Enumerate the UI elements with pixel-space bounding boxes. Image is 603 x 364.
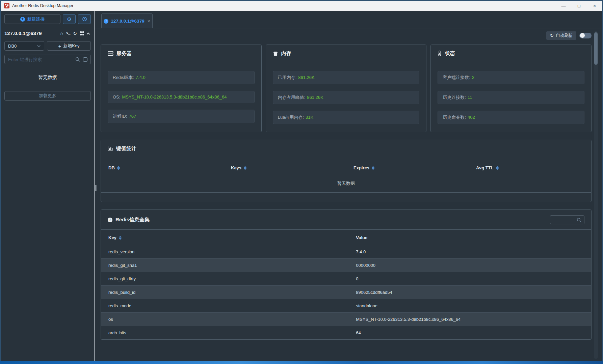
sort-carets-icon	[372, 166, 374, 170]
stat-pill: 历史连接数:11	[438, 91, 584, 104]
stat-value: 402	[468, 115, 475, 120]
auto-refresh-button[interactable]: ↻ 自动刷新	[546, 31, 576, 40]
table-row: osMSYS_NT-10.0-226313.5.3-d8b21b8c.x86_6…	[101, 313, 591, 326]
tab-bar: i 127.0.0.1@6379 ×	[95, 11, 602, 28]
load-more-button[interactable]: 加载更多	[4, 91, 91, 101]
sort-carets-icon	[117, 166, 120, 170]
stat-label: 进程ID:	[113, 114, 127, 119]
collapse-chevron-icon[interactable]	[87, 32, 90, 36]
stat-label: 已用内存:	[278, 75, 297, 80]
sort-carets-icon	[244, 166, 246, 170]
stat-value: 7.4.0	[136, 75, 146, 80]
tab-connection[interactable]: i 127.0.0.1@6379 ×	[101, 13, 153, 28]
cell-key: redis_build_id	[101, 286, 348, 299]
auto-refresh-toggle[interactable]	[579, 33, 592, 38]
toggle-knob	[580, 33, 585, 38]
key-search-input[interactable]	[8, 57, 75, 62]
stat-label: 历史命令数:	[443, 115, 466, 120]
vertical-scrollbar[interactable]	[594, 31, 598, 359]
column-header-avg-ttl[interactable]: Avg TTL	[469, 165, 591, 170]
stat-label: 历史连接数:	[443, 95, 466, 100]
stat-pill: 已用内存:861.26K	[273, 71, 420, 84]
sidebar: + 新建连接 ⚙ 127.0.0.1@6379 ⌂ >_	[1, 11, 94, 361]
cell-key: redis_git_sha1	[101, 259, 348, 272]
table-row: redis_git_sha100000000	[101, 259, 591, 272]
key-stats-empty-text: 暂无数据	[101, 170, 591, 193]
cell-value: standalone	[348, 299, 591, 313]
tab-label: 127.0.0.1@6379	[111, 19, 145, 24]
column-label: Key	[108, 235, 116, 240]
main-area: i 127.0.0.1@6379 × ↻ 自动刷新	[95, 11, 602, 361]
column-header-key[interactable]: Key	[108, 235, 348, 240]
clock-icon	[82, 17, 87, 22]
card-title: 内存	[281, 50, 291, 57]
column-label: Expires	[353, 165, 369, 170]
card-title: 状态	[445, 50, 455, 57]
close-button[interactable]: ×	[587, 1, 602, 11]
column-header-expires[interactable]: Expires	[346, 165, 469, 170]
connection-name[interactable]: 127.0.0.1@6379	[4, 30, 60, 36]
dashboard-content: ↻ 自动刷新 服务器	[95, 28, 602, 361]
table-row: arch_bits64	[101, 326, 591, 340]
stat-value: 861.26K	[298, 75, 314, 80]
stat-value: 767	[129, 114, 136, 119]
db-select[interactable]: DB0	[4, 41, 44, 51]
column-label: DB	[108, 165, 115, 170]
stat-label: OS:	[113, 94, 120, 100]
chevron-down-icon	[37, 44, 41, 47]
stat-pill: 历史命令数:402	[438, 111, 584, 124]
cell-key: os	[101, 313, 348, 326]
add-key-button[interactable]: + 新增Key	[47, 41, 91, 51]
card-title: 服务器	[116, 50, 132, 57]
info-filter-input[interactable]	[553, 218, 577, 222]
cell-key: redis_git_dirty	[101, 272, 348, 286]
app-logo-icon	[4, 3, 9, 8]
db-select-value: DB0	[8, 44, 17, 49]
stat-label: 客户端连接数:	[443, 75, 470, 80]
terminal-icon[interactable]: >_	[66, 31, 70, 36]
sort-carets-icon	[496, 166, 499, 170]
history-button[interactable]	[78, 14, 91, 24]
memory-card: 内存 已用内存:861.26K内存占用峰值:861.26KLua占用内存:31K	[266, 45, 427, 132]
search-icon	[577, 218, 581, 222]
maximize-button[interactable]: □	[571, 1, 587, 11]
minimize-button[interactable]: —	[556, 1, 571, 11]
home-icon[interactable]: ⌂	[60, 31, 63, 36]
stat-value: 2	[472, 75, 474, 80]
stat-pill: Redis版本:7.4.0	[108, 71, 255, 84]
stat-pill: 客户端连接数:2	[438, 71, 584, 84]
app-window: Another Redis Desktop Manager — □ × + 新建…	[0, 0, 603, 361]
table-row: redis_modestandalone	[101, 299, 591, 313]
table-row: redis_version7.4.0	[101, 245, 591, 259]
grid-view-icon[interactable]	[80, 31, 84, 35]
stat-value: MSYS_NT-10.0-226313.5.3-d8b21b8c.x86_64x…	[122, 94, 227, 100]
column-header-db[interactable]: DB	[101, 165, 224, 170]
tab-info-icon: i	[104, 19, 108, 24]
settings-button[interactable]: ⚙	[63, 14, 76, 24]
refresh-connection-icon[interactable]: ↻	[73, 31, 77, 36]
memory-icon	[273, 51, 278, 56]
column-header-keys[interactable]: Keys	[224, 165, 346, 170]
stat-pill: 内存占用峰值:861.26K	[273, 91, 420, 104]
status-card: 状态 客户端连接数:2历史连接数:11历史命令数:402	[430, 45, 592, 132]
scrollbar-thumb[interactable]	[594, 32, 598, 65]
server-icon	[108, 51, 113, 56]
new-connection-button[interactable]: + 新建连接	[4, 14, 60, 24]
table-row: redis_build_id890625cddff6ad54	[101, 286, 591, 299]
thermometer-icon	[438, 51, 442, 56]
cell-value: 0	[348, 272, 591, 286]
column-header-value: Value	[348, 230, 591, 245]
refresh-icon: ↻	[550, 33, 554, 38]
cell-value: MSYS_NT-10.0-226313.5.3-d8b21b8c.x86_64x…	[348, 313, 591, 326]
window-controls: — □ ×	[556, 1, 602, 11]
info-filter-box	[550, 215, 584, 224]
cell-key: redis_version	[101, 245, 348, 259]
stat-pill: OS:MSYS_NT-10.0-226313.5.3-d8b21b8c.x86_…	[108, 91, 255, 103]
exact-match-icon[interactable]	[83, 57, 87, 62]
stat-pill: 进程ID:767	[108, 110, 255, 123]
tab-close-icon[interactable]: ×	[148, 19, 150, 24]
panel-title: 键值统计	[116, 145, 136, 152]
stat-value: 11	[468, 95, 472, 100]
search-icon[interactable]	[75, 57, 80, 62]
cell-key: redis_mode	[101, 299, 348, 313]
